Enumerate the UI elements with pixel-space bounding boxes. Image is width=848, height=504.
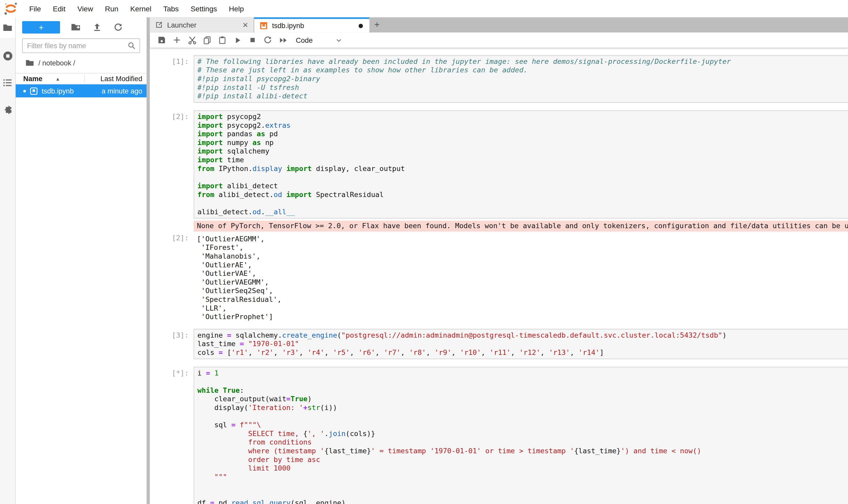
run-cell-button[interactable] xyxy=(230,34,245,46)
notebook-icon xyxy=(259,22,268,30)
notebook-cell-area[interactable]: [1]:# The following libraries have alrea… xyxy=(150,48,848,504)
menu-item-tabs[interactable]: Tabs xyxy=(157,5,185,13)
cell-editor[interactable]: engine = sqlalchemy.create_engine("postg… xyxy=(194,329,848,359)
cell-editor[interactable]: import psycopg2import psycopg2.extrasimp… xyxy=(194,110,848,218)
save-button[interactable] xyxy=(154,34,169,46)
add-cell-button[interactable] xyxy=(169,34,184,46)
file-list: tsdb.ipynba minute ago xyxy=(16,85,146,97)
file-browser-toolbar: + xyxy=(22,21,140,34)
tab-launcher[interactable]: Launcher ✕ xyxy=(150,17,254,33)
cut-cells-button[interactable] xyxy=(184,34,200,46)
menu-item-settings[interactable]: Settings xyxy=(185,5,223,13)
table-of-contents-icon[interactable] xyxy=(2,77,13,88)
stderr-text: None of PyTorch, TensorFlow >= 2.0, or F… xyxy=(194,221,848,232)
breadcrumb-path: / notebook / xyxy=(38,59,75,67)
column-divider xyxy=(85,75,85,83)
folder-icon xyxy=(25,58,34,67)
file-browser-icon[interactable] xyxy=(2,22,13,33)
input-prompt: [3]: xyxy=(150,329,194,359)
file-browser-panel: + / notebook / xyxy=(16,17,146,504)
file-name: tsdb.ipynb xyxy=(42,87,102,95)
paste-cells-button[interactable] xyxy=(215,34,230,46)
file-list-header: Name ▲ Last Modified xyxy=(16,73,146,85)
menu-item-view[interactable]: View xyxy=(71,5,99,13)
interrupt-kernel-button[interactable] xyxy=(245,34,260,46)
extension-manager-icon[interactable] xyxy=(2,104,13,115)
code-cell: [*]:i = 1 while True: clear_output(wait=… xyxy=(150,367,848,504)
restart-run-all-button[interactable] xyxy=(275,34,290,46)
tab-tsdb-ipynb[interactable]: tsdb.ipynb xyxy=(254,17,369,33)
notebook-panel: Launcher ✕ tsdb.ipynb + xyxy=(150,17,848,504)
code-cell: [1]:# The following libraries have alrea… xyxy=(150,55,848,103)
tab-label: tsdb.ipynb xyxy=(272,22,359,30)
close-icon[interactable]: ✕ xyxy=(242,21,248,29)
input-prompt: [*]: xyxy=(150,367,194,504)
menu-bar: FileEditViewRunKernelTabsSettingsHelp xyxy=(0,0,848,17)
notebook-file-icon xyxy=(30,87,38,95)
cell-type-dropdown[interactable]: Code xyxy=(296,36,343,44)
file-modified: a minute ago xyxy=(102,87,142,95)
running-dot xyxy=(23,90,26,92)
code-cell: [2]:import psycopg2import psycopg2.extra… xyxy=(150,110,848,218)
cell-type-value: Code xyxy=(296,36,313,44)
menu-item-run[interactable]: Run xyxy=(99,5,124,13)
jupyter-logo-icon xyxy=(4,2,18,16)
output-prompt: [2]: xyxy=(150,232,194,321)
jupyterlab-window: FileEditViewRunKernelTabsSettingsHelp xyxy=(0,0,848,504)
new-launcher-button[interactable]: + xyxy=(22,21,60,33)
launcher-icon xyxy=(155,21,163,29)
file-filter-box xyxy=(22,38,140,53)
column-last-modified[interactable]: Last Modified xyxy=(101,75,142,83)
sort-caret-icon: ▲ xyxy=(55,76,60,82)
sidebar-tab-strip xyxy=(0,17,16,504)
column-name[interactable]: Name xyxy=(23,75,42,83)
output-prompt xyxy=(150,219,194,232)
notebook-toolbar: Code xyxy=(150,33,848,48)
breadcrumb[interactable]: / notebook / xyxy=(25,57,75,68)
restart-kernel-button[interactable] xyxy=(260,34,275,46)
file-row[interactable]: tsdb.ipynba minute ago xyxy=(16,85,146,97)
search-icon xyxy=(128,42,136,50)
menu-item-file[interactable]: File xyxy=(23,5,47,13)
panel-divider[interactable] xyxy=(146,17,150,504)
stderr-output: None of PyTorch, TensorFlow >= 2.0, or F… xyxy=(150,219,848,232)
new-folder-icon[interactable] xyxy=(70,22,81,33)
file-filter-input[interactable] xyxy=(23,42,127,50)
menu-item-kernel[interactable]: Kernel xyxy=(124,5,157,13)
menu-item-edit[interactable]: Edit xyxy=(47,5,71,13)
dirty-indicator xyxy=(359,23,363,28)
execute-result: [2]:['OutlierAEGMM', 'IForest', 'Mahalan… xyxy=(150,232,848,321)
code-cell: [3]:engine = sqlalchemy.create_engine("p… xyxy=(150,329,848,359)
new-tab-button[interactable]: + xyxy=(369,17,385,33)
input-prompt: [1]: xyxy=(150,55,194,103)
cell-editor[interactable]: i = 1 while True: clear_output(wait=True… xyxy=(194,367,848,504)
input-prompt: [2]: xyxy=(150,110,194,218)
chevron-down-icon xyxy=(335,37,342,43)
result-text: ['OutlierAEGMM', 'IForest', 'Mahalanobis… xyxy=(197,235,848,321)
upload-icon[interactable] xyxy=(91,22,102,33)
menu-items: FileEditViewRunKernelTabsSettingsHelp xyxy=(23,5,250,13)
cell-editor[interactable]: # The following libraries have already b… xyxy=(194,55,848,103)
dock-tab-bar: Launcher ✕ tsdb.ipynb + xyxy=(150,17,848,33)
refresh-icon[interactable] xyxy=(112,22,123,33)
menu-item-help[interactable]: Help xyxy=(223,5,250,13)
copy-cells-button[interactable] xyxy=(200,34,215,46)
running-kernels-icon[interactable] xyxy=(2,50,13,61)
tab-label: Launcher xyxy=(167,21,242,29)
